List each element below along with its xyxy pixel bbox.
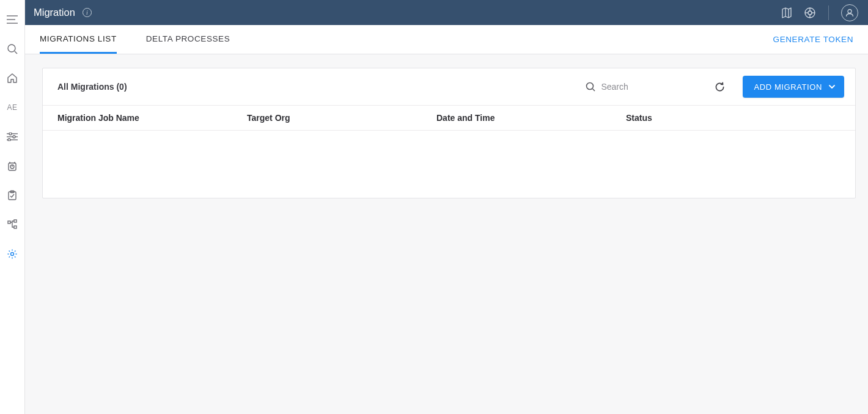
- table-header: Migration Job Name Target Org Date and T…: [43, 105, 855, 131]
- sidebar-ae[interactable]: AE: [0, 93, 24, 122]
- svg-point-10: [8, 139, 10, 141]
- generate-token-label: GENERATE TOKEN: [773, 35, 853, 44]
- home-icon: [7, 73, 18, 84]
- svg-point-21: [11, 253, 14, 256]
- map-icon[interactable]: [781, 7, 793, 19]
- svg-point-3: [8, 45, 15, 52]
- hierarchy-icon: [7, 219, 18, 230]
- topbar: Migration i: [25, 0, 868, 25]
- add-migration-button[interactable]: ADD MIGRATION: [743, 76, 844, 98]
- content-area: All Migrations (0): [25, 54, 868, 414]
- panel-title: All Migrations (0): [57, 82, 127, 92]
- menu-icon: [7, 15, 18, 24]
- search-icon: [7, 43, 18, 54]
- refresh-button[interactable]: [711, 78, 728, 95]
- add-migration-label: ADD MIGRATION: [754, 82, 822, 92]
- col-header-date: Date and Time: [436, 113, 626, 123]
- user-avatar[interactable]: [841, 4, 858, 21]
- sidebar-schedule[interactable]: [0, 151, 24, 181]
- info-icon[interactable]: i: [83, 8, 92, 17]
- topbar-divider: [828, 5, 829, 20]
- svg-line-32: [593, 89, 595, 92]
- svg-point-6: [9, 133, 12, 135]
- tab-migrations-list[interactable]: MIGRATIONS LIST: [40, 25, 117, 54]
- generate-token-link[interactable]: GENERATE TOKEN: [773, 25, 853, 54]
- table-body: [43, 131, 855, 198]
- search-wrap: [585, 81, 701, 92]
- col-header-target: Target Org: [247, 113, 436, 123]
- tab-delta-processes[interactable]: DELTA PROCESSES: [146, 25, 230, 54]
- tab-label: MIGRATIONS LIST: [40, 34, 117, 43]
- sidebar-hierarchy[interactable]: [0, 210, 24, 239]
- page-title: Migration: [34, 7, 75, 18]
- support-icon[interactable]: [804, 7, 816, 19]
- search-icon: [585, 81, 596, 92]
- sidebar-menu-toggle[interactable]: [0, 5, 24, 34]
- sidebar: AE: [0, 0, 25, 414]
- panel-header: All Migrations (0): [43, 68, 855, 105]
- sliders-icon: [7, 133, 18, 141]
- search-input[interactable]: [601, 82, 693, 92]
- clipboard-check-icon: [7, 190, 18, 201]
- page-title-wrap: Migration i: [34, 7, 92, 18]
- stopwatch-icon: [7, 161, 18, 172]
- ae-label: AE: [7, 103, 17, 112]
- migrations-panel: All Migrations (0): [42, 68, 856, 198]
- chevron-down-icon: [828, 83, 836, 90]
- sidebar-home[interactable]: [0, 64, 24, 93]
- gear-icon: [7, 249, 18, 260]
- tab-label: DELTA PROCESSES: [146, 34, 230, 43]
- tab-row: MIGRATIONS LIST DELTA PROCESSES GENERATE…: [25, 25, 868, 54]
- svg-rect-19: [14, 220, 17, 222]
- col-header-status: Status: [626, 113, 840, 123]
- svg-point-31: [587, 83, 594, 90]
- sidebar-settings[interactable]: [0, 239, 24, 269]
- sidebar-search[interactable]: [0, 34, 24, 64]
- sidebar-tasks[interactable]: [0, 181, 24, 210]
- svg-point-25: [808, 11, 812, 15]
- svg-line-4: [15, 51, 17, 54]
- svg-rect-20: [14, 226, 17, 228]
- svg-rect-18: [8, 221, 10, 223]
- svg-point-30: [848, 9, 851, 13]
- sidebar-sliders[interactable]: [0, 122, 24, 151]
- col-header-job: Migration Job Name: [57, 113, 247, 123]
- refresh-icon: [714, 81, 726, 93]
- svg-point-8: [13, 136, 15, 138]
